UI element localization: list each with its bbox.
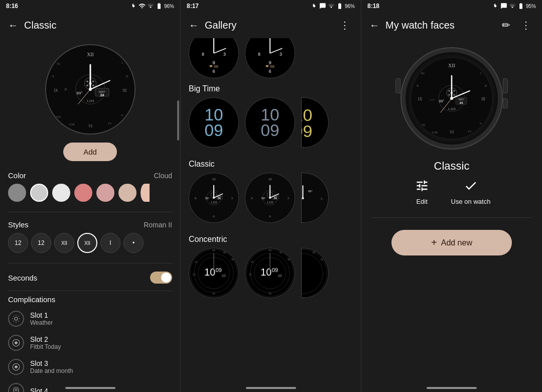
classic-watch-1[interactable]: 12 3 6 9 89° SEP 04 1,123 <box>189 173 239 223</box>
divider-2 <box>8 263 172 264</box>
styles-value: Roman II <box>144 221 172 229</box>
svg-text:04: 04 <box>274 197 277 200</box>
checkmark-icon <box>462 177 480 195</box>
style-btn-12-filled[interactable]: 12 <box>8 233 28 253</box>
battery-pct-mid: 96% <box>345 4 355 9</box>
left-scroll-area[interactable]: XII III VI IX I II V IV XI X VII VIII <box>0 38 180 392</box>
style-btn-12-outline[interactable]: 12 <box>31 233 51 253</box>
concentric-section: Concentric 55 50 45 30 25 <box>181 229 361 304</box>
svg-point-126 <box>302 248 328 298</box>
slot1-svg <box>12 314 21 323</box>
slot4-name: Slot 4 <box>30 387 48 392</box>
slot3-item[interactable]: Slot 3 Date and month <box>0 355 180 379</box>
edit-pencil-button[interactable]: ✏ <box>498 17 514 33</box>
top-bar-right: ← My watch faces ✏ ⋮ <box>361 12 542 38</box>
swatch-rose[interactable] <box>74 184 92 202</box>
msg-icon-right <box>500 3 507 10</box>
style-btn-i[interactable]: I <box>100 233 120 253</box>
slot1-item[interactable]: Slot 1 Weather <box>0 307 180 331</box>
bluetooth-icon-mid <box>311 3 318 10</box>
top-bar-actions-right: ✏ ⋮ <box>498 17 534 33</box>
style-btn-xii-dark[interactable]: XII <box>54 233 74 253</box>
home-indicator-right <box>427 387 477 389</box>
svg-text:VIII: VIII <box>68 122 74 126</box>
concentric-svg-2: 55 50 45 30 25 20 10 09 35 <box>245 248 295 298</box>
color-label: Color <box>8 171 26 180</box>
color-section: Color Cloud <box>0 165 180 210</box>
more-button-middle[interactable]: ⋮ <box>337 17 353 33</box>
right-panel: 8:18 95% ← My watch faces ✏ ⋮ <box>361 0 542 392</box>
bluetooth-icon-right <box>492 3 499 10</box>
edit-label: Edit <box>416 198 427 205</box>
concentric-watch-1[interactable]: 55 50 45 30 25 20 10 09 35 <box>189 248 239 298</box>
svg-text:30: 30 <box>212 293 215 295</box>
classic-watch-2[interactable]: 12 3 6 9 89° SEP 04 1,123 <box>245 173 295 223</box>
back-button-left[interactable]: ← <box>8 20 18 31</box>
svg-text:35: 35 <box>221 274 226 278</box>
svg-text:XI: XI <box>56 62 60 65</box>
big-time-section: Big Time 10 09 10 09 <box>181 78 361 154</box>
svg-text:VII: VII <box>420 123 425 127</box>
concentric-watch-partial[interactable]: 45 50 <box>301 248 329 298</box>
svg-point-92 <box>269 197 271 199</box>
swatch-white[interactable] <box>52 184 70 202</box>
concentric-watch-2[interactable]: 55 50 45 30 25 20 10 09 35 <box>245 248 295 298</box>
battery-icon-right <box>517 3 524 10</box>
page-title-right: My watch faces <box>385 20 498 31</box>
slot4-item[interactable]: Slot 4 <box>0 379 180 392</box>
edit-action-btn[interactable]: Edit <box>413 177 431 205</box>
slot2-text: Slot 2 Fitbit Today <box>30 335 61 350</box>
status-icons-middle: 96% <box>311 3 355 10</box>
svg-text:6: 6 <box>269 214 271 218</box>
style-btn-xii-selected[interactable]: XII <box>77 233 97 253</box>
right-watch-face-svg: XII III VI IX I II V IV XI X VII VIII <box>412 58 492 139</box>
swatch-gray[interactable] <box>8 184 26 202</box>
use-on-watch-btn[interactable]: Use on watch <box>451 177 491 205</box>
left-panel: 8:16 96% ← Classic XII III VI IX <box>0 0 181 392</box>
svg-text:55: 55 <box>268 249 272 252</box>
svg-text:8: 8 <box>202 52 204 57</box>
top-watch-2[interactable]: 9 ❤ 68 3 8 6 <box>245 38 295 78</box>
gallery-scroll[interactable]: 9 ❤ 68 3 8 6 9 ❤ 68 3 8 6 <box>181 38 361 392</box>
svg-point-149 <box>448 94 450 96</box>
bigtime-watch-1[interactable]: 10 09 <box>189 97 239 148</box>
slot3-svg <box>12 362 21 371</box>
toggle-knob <box>161 273 171 283</box>
more-button-right[interactable]: ⋮ <box>518 17 534 33</box>
add-new-button[interactable]: + Add new <box>391 230 512 255</box>
edit-icon <box>413 177 431 195</box>
slot2-item[interactable]: Slot 2 Fitbit Today <box>0 331 180 355</box>
seconds-toggle[interactable] <box>150 272 172 284</box>
swatch-light-gray[interactable] <box>30 184 48 202</box>
svg-point-19 <box>92 84 94 86</box>
slot1-name: Slot 1 <box>30 311 53 319</box>
svg-text:12: 12 <box>212 177 216 181</box>
svg-text:50: 50 <box>280 251 283 254</box>
svg-point-159 <box>450 97 453 100</box>
back-button-right[interactable]: ← <box>369 20 379 31</box>
battery-pct-left: 96% <box>164 4 174 9</box>
add-button[interactable]: Add <box>63 143 117 161</box>
top-bar-actions-middle: ⋮ <box>337 17 353 33</box>
swatch-cloud[interactable] <box>118 184 137 202</box>
divider-3 <box>8 291 172 291</box>
svg-text:V: V <box>479 121 482 125</box>
bigtime-watch-partial[interactable]: 10 09 <box>301 97 329 148</box>
swatch-peach-partial[interactable] <box>141 184 150 202</box>
svg-text:09: 09 <box>260 121 279 140</box>
swatch-light-rose[interactable] <box>96 184 114 202</box>
top-watch-1[interactable]: 9 ❤ 68 3 8 6 <box>189 38 239 78</box>
svg-text:X: X <box>416 84 419 88</box>
svg-text:09: 09 <box>272 267 278 273</box>
back-button-middle[interactable]: ← <box>189 20 199 31</box>
svg-text:89°: 89° <box>205 197 210 200</box>
signal-icon <box>147 3 154 10</box>
svg-point-147 <box>448 90 450 92</box>
svg-point-17 <box>92 80 94 82</box>
svg-text:II: II <box>126 74 128 78</box>
classic-watch-partial[interactable]: 3 89° <box>301 173 329 223</box>
svg-point-148 <box>453 90 455 92</box>
bigtime-watch-2[interactable]: 10 09 <box>245 97 295 148</box>
complications-title: Complications <box>0 293 180 307</box>
style-btn-dot[interactable]: • <box>123 233 144 253</box>
